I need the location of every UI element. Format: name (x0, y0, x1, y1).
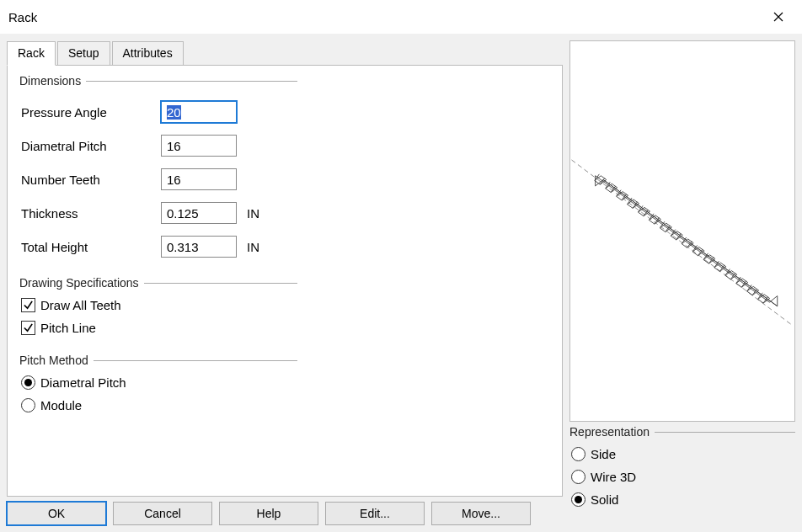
row-diametral-pitch: Diametral Pitch (21, 131, 550, 160)
tab-strip: Rack Setup Attributes (7, 41, 563, 66)
unit-thickness: IN (247, 206, 259, 221)
group-dimensions: Dimensions Pressure Angle Diametral Pitc… (19, 74, 550, 269)
label-radio-solid: Solid (591, 492, 618, 507)
radio-dot-icon (24, 379, 32, 386)
radio-diametral-pitch[interactable] (21, 375, 35, 390)
preview-panel: Representation Side Wire 3D Solid (569, 40, 795, 525)
label-number-teeth: Number Teeth (21, 173, 161, 187)
divider-icon (86, 81, 297, 82)
divider-icon (655, 432, 795, 433)
label-draw-all-teeth: Draw All Teeth (40, 298, 121, 312)
tab-body: Dimensions Pressure Angle Diametral Pitc… (7, 65, 563, 497)
row-thickness: Thickness IN (21, 199, 550, 227)
close-icon (773, 12, 783, 22)
label-radio-side: Side (591, 447, 616, 461)
label-diametral-pitch: Diametral Pitch (21, 139, 161, 153)
group-pitch-method: Pitch Method Diametral Pitch Module (19, 354, 550, 424)
close-button[interactable] (762, 4, 795, 29)
check-icon (23, 322, 34, 333)
group-label-drawing-spec: Drawing Specifications (19, 276, 297, 290)
tab-label: Rack (18, 46, 45, 60)
divider-icon (94, 360, 297, 361)
edit-button[interactable]: Edit... (325, 502, 425, 525)
label-total-height: Total Height (21, 240, 161, 254)
radio-dot-icon (575, 496, 582, 503)
input-pressure-angle[interactable] (161, 101, 237, 123)
preview-viewport[interactable] (569, 40, 795, 422)
checkbox-draw-all-teeth[interactable] (21, 298, 35, 312)
label-pitch-line: Pitch Line (40, 321, 96, 335)
group-drawing-spec: Drawing Specifications Draw All Teeth (19, 276, 550, 347)
row-pressure-angle: Pressure Angle (21, 98, 550, 126)
label-radio-diametral: Diametral Pitch (40, 375, 126, 390)
window-title: Rack (8, 10, 762, 24)
cancel-button[interactable]: Cancel (113, 502, 212, 525)
radio-side[interactable] (571, 447, 585, 461)
radio-module[interactable] (21, 398, 35, 412)
row-draw-all-teeth: Draw All Teeth (21, 298, 550, 312)
divider-icon (144, 283, 297, 284)
input-diametral-pitch[interactable] (161, 135, 237, 157)
titlebar: Rack (0, 0, 802, 34)
radio-solid[interactable] (571, 492, 585, 507)
tab-attributes[interactable]: Attributes (112, 41, 184, 66)
row-radio-diametral: Diametral Pitch (21, 375, 550, 390)
row-number-teeth: Number Teeth (21, 165, 550, 194)
group-label-representation: Representation (569, 425, 795, 439)
group-label-dimensions: Dimensions (19, 74, 297, 88)
input-number-teeth[interactable] (161, 168, 237, 190)
row-radio-wire3d: Wire 3D (571, 470, 795, 484)
group-label-pitch-method: Pitch Method (19, 354, 297, 367)
row-radio-module: Module (21, 398, 550, 412)
tab-label: Attributes (123, 46, 173, 60)
row-radio-side: Side (571, 447, 795, 461)
tab-setup[interactable]: Setup (57, 41, 110, 66)
row-radio-solid: Solid (571, 492, 795, 507)
check-icon (23, 300, 34, 311)
help-button[interactable]: Help (219, 502, 318, 525)
rack-preview-icon (570, 41, 794, 421)
dialog-body: Rack Setup Attributes Dimensions Pressur… (0, 34, 802, 532)
ok-button[interactable]: OK (7, 502, 106, 525)
tab-rack[interactable]: Rack (7, 41, 56, 66)
label-pressure-angle: Pressure Angle (21, 105, 161, 120)
button-row: OK Cancel Help Edit... Move... (7, 502, 563, 525)
row-total-height: Total Height IN (21, 232, 550, 261)
label-radio-wire3d: Wire 3D (591, 470, 636, 484)
label-radio-module: Module (40, 398, 82, 412)
row-pitch-line: Pitch Line (21, 321, 550, 335)
input-total-height[interactable] (161, 236, 237, 258)
unit-total-height: IN (247, 240, 259, 254)
label-thickness: Thickness (21, 206, 161, 221)
main-panel: Rack Setup Attributes Dimensions Pressur… (7, 40, 563, 525)
input-thickness[interactable] (161, 202, 237, 224)
radio-wire3d[interactable] (571, 470, 585, 484)
checkbox-pitch-line[interactable] (21, 321, 35, 335)
move-button[interactable]: Move... (431, 502, 531, 525)
group-representation: Representation Side Wire 3D Solid (569, 425, 795, 519)
tab-label: Setup (68, 46, 99, 60)
